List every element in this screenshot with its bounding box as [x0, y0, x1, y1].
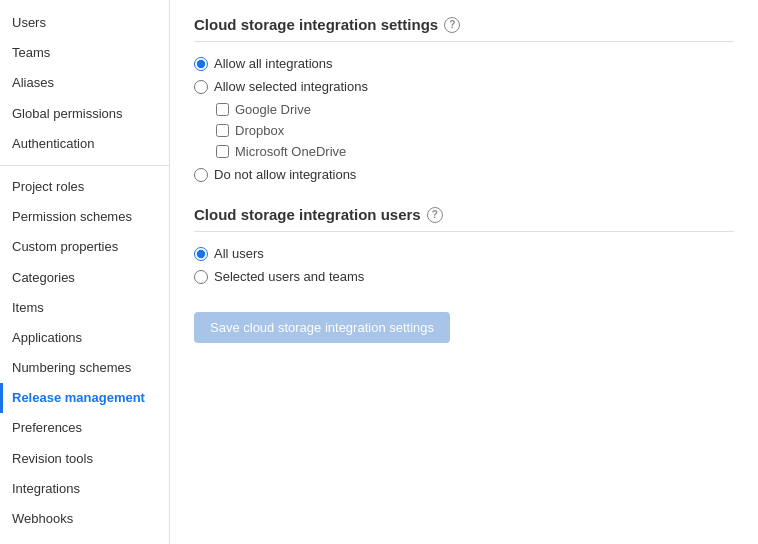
allow-all-label: Allow all integrations — [214, 56, 333, 71]
do-not-allow-option[interactable]: Do not allow integrations — [194, 167, 734, 182]
dropbox-label: Dropbox — [235, 123, 284, 138]
users-section-title: Cloud storage integration users ? — [194, 206, 734, 232]
sidebar-item-items[interactable]: Items — [0, 293, 169, 323]
main-content: Cloud storage integration settings ? All… — [170, 0, 758, 544]
integration-checkboxes: Google Drive Dropbox Microsoft OneDrive — [216, 102, 734, 159]
sidebar-item-custom-properties[interactable]: Custom properties — [0, 232, 169, 262]
google-drive-label: Google Drive — [235, 102, 311, 117]
settings-section-title: Cloud storage integration settings ? — [194, 16, 734, 42]
sidebar-item-preferences[interactable]: Preferences — [0, 413, 169, 443]
sidebar-item-users[interactable]: Users — [0, 8, 169, 38]
sidebar-item-release-management[interactable]: Release management — [0, 383, 169, 413]
do-not-allow-radio[interactable] — [194, 168, 208, 182]
microsoft-onedrive-label: Microsoft OneDrive — [235, 144, 346, 159]
users-section: Cloud storage integration users ? All us… — [194, 206, 734, 343]
sidebar-divider — [0, 165, 169, 166]
selected-users-label: Selected users and teams — [214, 269, 364, 284]
sidebar-item-arena[interactable]: Arena — [0, 534, 169, 544]
users-help-icon[interactable]: ? — [427, 207, 443, 223]
allow-selected-option[interactable]: Allow selected integrations — [194, 79, 734, 94]
sidebar-item-categories[interactable]: Categories — [0, 263, 169, 293]
allow-all-option[interactable]: Allow all integrations — [194, 56, 734, 71]
microsoft-onedrive-option[interactable]: Microsoft OneDrive — [216, 144, 734, 159]
users-title-text: Cloud storage integration users — [194, 206, 421, 223]
sidebar-item-global-permissions[interactable]: Global permissions — [0, 99, 169, 129]
sidebar-item-project-roles[interactable]: Project roles — [0, 172, 169, 202]
all-users-radio[interactable] — [194, 247, 208, 261]
microsoft-onedrive-checkbox[interactable] — [216, 145, 229, 158]
sidebar-item-aliases[interactable]: Aliases — [0, 68, 169, 98]
storage-settings-section: Cloud storage integration settings ? All… — [194, 16, 734, 182]
google-drive-checkbox[interactable] — [216, 103, 229, 116]
sidebar-item-applications[interactable]: Applications — [0, 323, 169, 353]
sidebar-item-numbering-schemes[interactable]: Numbering schemes — [0, 353, 169, 383]
sidebar-item-authentication[interactable]: Authentication — [0, 129, 169, 159]
sidebar-item-permission-schemes[interactable]: Permission schemes — [0, 202, 169, 232]
google-drive-option[interactable]: Google Drive — [216, 102, 734, 117]
sidebar: UsersTeamsAliasesGlobal permissionsAuthe… — [0, 0, 170, 544]
sidebar-item-webhooks[interactable]: Webhooks — [0, 504, 169, 534]
selected-users-option[interactable]: Selected users and teams — [194, 269, 734, 284]
save-button[interactable]: Save cloud storage integration settings — [194, 312, 450, 343]
sidebar-item-teams[interactable]: Teams — [0, 38, 169, 68]
settings-help-icon[interactable]: ? — [444, 17, 460, 33]
all-users-option[interactable]: All users — [194, 246, 734, 261]
users-options: All users Selected users and teams — [194, 246, 734, 284]
allow-selected-radio[interactable] — [194, 80, 208, 94]
dropbox-checkbox[interactable] — [216, 124, 229, 137]
selected-users-radio[interactable] — [194, 270, 208, 284]
settings-title-text: Cloud storage integration settings — [194, 16, 438, 33]
dropbox-option[interactable]: Dropbox — [216, 123, 734, 138]
all-users-label: All users — [214, 246, 264, 261]
sidebar-item-revision-tools[interactable]: Revision tools — [0, 444, 169, 474]
sidebar-item-integrations[interactable]: Integrations — [0, 474, 169, 504]
do-not-allow-label: Do not allow integrations — [214, 167, 356, 182]
integration-options: Allow all integrations Allow selected in… — [194, 56, 734, 182]
allow-all-radio[interactable] — [194, 57, 208, 71]
allow-selected-label: Allow selected integrations — [214, 79, 368, 94]
